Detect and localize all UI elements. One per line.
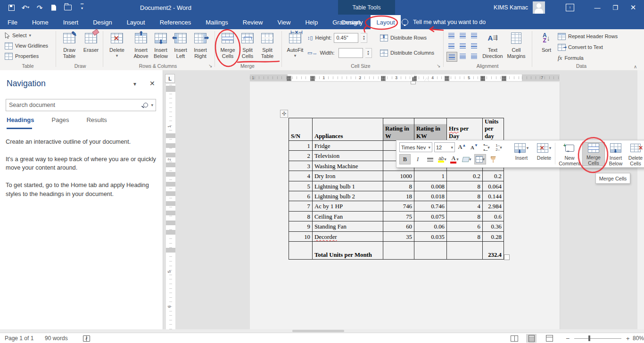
delete-button[interactable]: ✕ Delete▾ bbox=[106, 31, 128, 58]
row-boundary-marker[interactable] bbox=[166, 153, 175, 157]
restore-button[interactable]: ❐ bbox=[607, 0, 623, 15]
undo-icon[interactable]: ↶▾ bbox=[22, 4, 29, 11]
tab-view[interactable]: View bbox=[276, 19, 291, 26]
row-boundary-marker[interactable] bbox=[166, 133, 175, 138]
table-cell[interactable]: 0.746 bbox=[414, 201, 447, 211]
text-highlight-button[interactable]: ab▾ bbox=[437, 155, 447, 164]
toolbar-delete-cells-button[interactable]: ✕ Delete Cells bbox=[625, 142, 644, 166]
rows-columns-dialog-launcher-icon[interactable]: ↘ bbox=[208, 63, 212, 68]
navigation-pane-menu-icon[interactable]: ▼ bbox=[132, 82, 137, 87]
split-table-button[interactable]: SplitTable bbox=[256, 31, 278, 59]
row-height-field[interactable]: ↕▯ Height: 0.45"▲▼ bbox=[307, 33, 367, 42]
tab-file[interactable]: File bbox=[7, 19, 18, 26]
align-cell-button-7[interactable] bbox=[458, 52, 468, 61]
row-boundary-marker[interactable] bbox=[166, 143, 175, 148]
table-header-cell[interactable]: Appliances bbox=[313, 118, 383, 141]
row-boundary-marker[interactable] bbox=[166, 248, 175, 253]
table-cell[interactable]: 10 bbox=[289, 231, 313, 241]
cell-margins-button[interactable]: CellMargins bbox=[505, 31, 527, 59]
tab-design[interactable]: Design bbox=[92, 19, 113, 26]
minimize-button[interactable]: — bbox=[589, 0, 605, 15]
table-cell[interactable]: Lightning bulb 1 bbox=[313, 181, 383, 191]
proofing-status-icon[interactable]: ✗ bbox=[83, 333, 90, 343]
column-width-spinner[interactable]: ▲▼ bbox=[365, 48, 372, 58]
table-cell[interactable]: 5 bbox=[289, 181, 313, 191]
contextual-tab-layout[interactable]: Layout bbox=[371, 15, 400, 29]
convert-to-text-button[interactable]: ⇢ Convert to Text bbox=[558, 43, 603, 51]
align-cell-button-1[interactable] bbox=[458, 31, 468, 40]
table-cell[interactable]: 35 bbox=[383, 231, 414, 241]
table-cell[interactable]: 3 bbox=[289, 161, 313, 171]
eraser-button[interactable]: Eraser bbox=[80, 31, 102, 53]
insert-below-button[interactable]: ⬇ InsertBelow bbox=[150, 31, 172, 59]
row-boundary-marker[interactable] bbox=[166, 163, 175, 167]
table-cell[interactable]: 6 bbox=[447, 221, 483, 231]
table-cell[interactable]: 6 bbox=[289, 191, 313, 201]
table-cell[interactable]: 0.06 bbox=[414, 221, 447, 231]
insert-right-button[interactable]: ➡ InsertRight bbox=[190, 31, 211, 59]
column-boundary-marker[interactable] bbox=[445, 76, 449, 81]
borders-button[interactable]: ▾ bbox=[474, 154, 487, 164]
redo-icon[interactable]: ↷ bbox=[36, 4, 43, 11]
row-height-input[interactable]: 0.45" bbox=[334, 33, 358, 43]
font-name-combo[interactable]: Times Nev▾ bbox=[399, 142, 432, 152]
split-cells-button[interactable]: SplitCells bbox=[237, 31, 258, 59]
table-cell[interactable]: Washing Machine bbox=[313, 161, 383, 171]
table-header-cell[interactable]: Hrs per Day bbox=[447, 118, 483, 141]
appliances-table[interactable]: S/NAppliancesRating in WRating in KWHrs … bbox=[289, 118, 504, 260]
merge-cells-button[interactable]: MergeCells bbox=[217, 31, 239, 59]
autofit-button[interactable]: ⊢✕⊣ AutoFit▾ bbox=[284, 31, 306, 58]
tab-insert[interactable]: Insert bbox=[62, 19, 80, 26]
first-line-indent-marker[interactable] bbox=[411, 74, 415, 78]
search-options-caret-icon[interactable]: ▾ bbox=[151, 103, 153, 107]
table-cell[interactable] bbox=[289, 241, 313, 259]
contextual-tab-design[interactable]: Design bbox=[336, 16, 366, 29]
align-cell-button-8[interactable] bbox=[469, 52, 479, 61]
table-cell[interactable]: 4 bbox=[447, 201, 483, 211]
search-document-input[interactable]: Search document ▾ bbox=[6, 99, 156, 111]
table-cell[interactable] bbox=[414, 241, 447, 259]
nav-tab-pages[interactable]: Pages bbox=[52, 116, 69, 123]
table-cell[interactable]: 8 bbox=[447, 191, 483, 201]
hanging-indent-marker[interactable] bbox=[424, 78, 429, 81]
close-button[interactable]: ✕ bbox=[625, 0, 641, 15]
tab-layout[interactable]: Layout bbox=[126, 19, 146, 26]
word-count[interactable]: 90 words bbox=[45, 333, 68, 343]
bold-button[interactable]: B bbox=[399, 154, 411, 164]
row-height-spinner[interactable]: ▲▼ bbox=[361, 33, 367, 43]
avatar[interactable] bbox=[533, 1, 545, 14]
table-cell[interactable]: 9 bbox=[289, 221, 313, 231]
table-header-cell[interactable]: Rating in KW bbox=[414, 118, 447, 141]
zoom-slider-thumb[interactable] bbox=[588, 335, 590, 341]
print-layout-icon[interactable] bbox=[526, 333, 537, 343]
table-cell[interactable] bbox=[447, 241, 483, 259]
table-cell[interactable]: Decorder bbox=[313, 231, 383, 241]
horizontal-ruler[interactable]: 123456 bbox=[288, 74, 522, 81]
toolbar-delete-button[interactable]: ✕▾ Delete bbox=[533, 142, 555, 161]
table-cell[interactable]: Television bbox=[313, 151, 383, 161]
left-indent-marker[interactable] bbox=[411, 81, 416, 84]
table-cell[interactable]: Ac by 1 HP bbox=[313, 201, 383, 211]
table-cell[interactable]: 0.008 bbox=[414, 181, 447, 191]
zoom-slider-track[interactable] bbox=[574, 338, 621, 339]
vertical-scrollbar[interactable] bbox=[637, 70, 644, 329]
align-cell-button-3[interactable] bbox=[446, 41, 456, 50]
table-cell[interactable]: 8 bbox=[447, 181, 483, 191]
toolbar-insert-below-button[interactable]: ⬇ Insert Below bbox=[605, 142, 627, 166]
format-painter-icon[interactable] bbox=[488, 155, 498, 164]
table-cell[interactable]: 0.064 bbox=[483, 181, 504, 191]
table-cell[interactable]: 2.984 bbox=[483, 201, 504, 211]
table-header-cell[interactable]: S/N bbox=[289, 118, 313, 141]
table-cell[interactable]: Fridge bbox=[313, 141, 383, 151]
page-indicator[interactable]: Page 1 of 1 bbox=[5, 333, 33, 343]
nav-tab-results[interactable]: Results bbox=[86, 116, 107, 123]
sort-button[interactable]: AZ ↓ Sort bbox=[536, 31, 557, 53]
table-cell[interactable]: 7 bbox=[289, 201, 313, 211]
table-cell[interactable]: Standing Fan bbox=[313, 221, 383, 231]
zoom-level[interactable]: 80% bbox=[633, 333, 644, 343]
column-boundary-marker[interactable] bbox=[310, 76, 315, 81]
view-gridlines-button[interactable]: View Gridlines bbox=[5, 41, 48, 50]
insert-above-button[interactable]: ⬆ InsertAbove bbox=[130, 31, 152, 59]
toolbar-insert-button[interactable]: ⬇▾ Insert bbox=[511, 142, 532, 161]
nav-tab-headings[interactable]: Headings bbox=[7, 116, 34, 123]
